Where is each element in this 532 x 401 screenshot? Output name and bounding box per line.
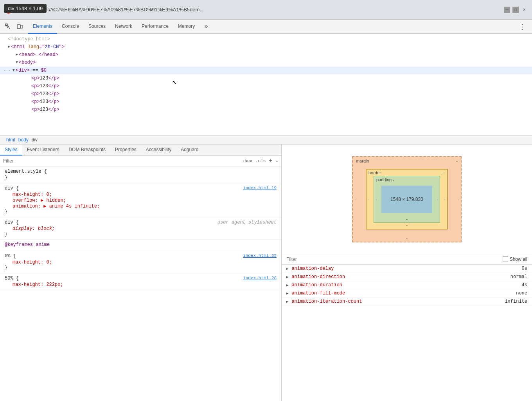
css-close-brace-2: } xyxy=(5,209,7,215)
tab-properties[interactable]: Properties xyxy=(110,145,141,155)
computed-prop-animation-iteration-count[interactable]: ▶ animation-iteration-count infinite xyxy=(282,298,532,306)
dom-line-p4[interactable]: <p>123</p> xyxy=(0,98,532,106)
left-styles-panel: Styles Event Listeners DOM Breakpoints P… xyxy=(0,145,282,401)
prop-value: none xyxy=(516,291,527,296)
dom-tree-panel: <!doctype html> ▶ <html lang="zh-CN"> ▶ … xyxy=(0,34,532,135)
breadcrumb-body[interactable]: body xyxy=(17,137,30,143)
dom-line-p3[interactable]: <p>123</p> xyxy=(0,90,532,98)
box-model-padding: padding - - - - 1548 × 179.830 xyxy=(374,176,440,223)
tab-sources[interactable]: Sources xyxy=(84,20,110,34)
box-model-content: 1548 × 179.830 xyxy=(381,186,432,213)
css-block-div-19: div { index.html:19 max-height: 0; overf… xyxy=(0,183,281,217)
css-block-element-style: element.style { } xyxy=(0,166,281,183)
tab-elements[interactable]: Elements xyxy=(28,20,57,34)
css-prop-max-height-50pct[interactable]: max-height: 222px; xyxy=(5,282,277,287)
tab-accessibility[interactable]: Accessibility xyxy=(141,145,176,155)
dom-line-html[interactable]: ▶ <html lang="zh-CN"> xyxy=(0,43,532,51)
main-split-panel: Styles Event Listeners DOM Breakpoints P… xyxy=(0,145,532,401)
css-selector-50pct[interactable]: 50% { xyxy=(5,276,19,281)
ellipsis-button[interactable]: ··· xyxy=(3,67,11,74)
css-prop-max-height-0pct[interactable]: max-height: 0; xyxy=(5,260,277,265)
breadcrumb-html[interactable]: html xyxy=(5,137,17,143)
devtools-top-tabs: Elements Console Sources Network Perform… xyxy=(0,20,532,34)
add-style-button[interactable]: + xyxy=(269,157,273,164)
filter-collapse-arrow[interactable]: ▴ xyxy=(276,159,278,163)
computed-prop-animation-fill-mode[interactable]: ▶ animation-fill-mode none xyxy=(282,289,532,298)
styles-rules-panel: element.style { } div { index.html:19 ma… xyxy=(0,166,281,401)
more-tabs-button[interactable]: » xyxy=(201,22,211,32)
computed-prop-animation-direction[interactable]: ▶ animation-direction normal xyxy=(282,273,532,281)
css-selector-label[interactable]: element.style { xyxy=(5,169,47,174)
expand-triangle[interactable]: ▶ xyxy=(8,43,10,51)
border-label: border xyxy=(368,170,381,175)
prop-value: 4s xyxy=(522,282,527,288)
expand-icon: ▶ xyxy=(286,267,288,271)
tab-console[interactable]: Console xyxy=(57,20,84,34)
breadcrumb-div[interactable]: div xyxy=(30,137,39,143)
prop-name: animation-delay xyxy=(291,266,518,271)
tab-styles[interactable]: Styles xyxy=(0,145,22,155)
minimize-button[interactable]: ─ xyxy=(504,7,510,13)
css-at-keyframes[interactable]: @keyframes anime xyxy=(5,242,50,247)
device-toolbar-icon[interactable] xyxy=(15,22,25,32)
css-selector-div-uas[interactable]: div { xyxy=(5,220,19,225)
tab-dom-breakpoints[interactable]: DOM Breakpoints xyxy=(64,145,110,155)
dom-line-p1[interactable]: <p>123</p> xyxy=(0,74,532,82)
prop-value: normal xyxy=(510,274,527,280)
dom-line-doctype[interactable]: <!doctype html> xyxy=(0,35,532,43)
computed-properties-panel: ▶ animation-delay 0s ▶ animation-directi… xyxy=(282,265,532,401)
browser-title: DevTools - file:///C:/%E6%BA%90%E7%A0%81… xyxy=(16,7,501,13)
tab-memory[interactable]: Memory xyxy=(173,20,200,34)
border-left-value: - xyxy=(368,197,370,202)
expand-triangle[interactable]: ▼ xyxy=(16,59,18,66)
close-button[interactable]: ✕ xyxy=(521,7,527,13)
computed-prop-animation-duration[interactable]: ▶ animation-duration 4s xyxy=(282,281,532,289)
expand-triangle[interactable]: ▼ xyxy=(13,67,15,74)
tab-performance[interactable]: Performance xyxy=(137,20,173,34)
cls-toggle[interactable]: .cls xyxy=(255,159,266,163)
css-block-div-uas: div { user agent stylesheet display: blo… xyxy=(0,217,281,240)
inspect-element-icon[interactable] xyxy=(3,22,13,32)
css-prop-animation[interactable]: animation: ▶ anime 4s infinite; xyxy=(5,203,277,209)
css-selector-0pct[interactable]: 0% { xyxy=(5,253,16,259)
css-prop-max-height[interactable]: max-height: 0; xyxy=(5,192,277,197)
hov-toggle[interactable]: :hov xyxy=(242,159,252,163)
border-bottom-value: - xyxy=(406,223,408,228)
margin-bottom-value: - xyxy=(406,235,408,240)
css-block-0pct: 0% { index.html:25 max-height: 0; } xyxy=(0,251,281,273)
css-close-brace: } xyxy=(5,175,7,181)
padding-label: padding - xyxy=(376,177,394,182)
right-computed-panel: margin - - - - border - - - - xyxy=(282,145,532,401)
tab-adguard[interactable]: Adguard xyxy=(176,145,203,155)
dom-line-head[interactable]: ▶ <head>…</head> xyxy=(0,51,532,59)
css-source-link-25[interactable]: index.html:25 xyxy=(243,253,277,259)
maximize-button[interactable]: □ xyxy=(512,7,519,13)
css-close-brace-4: } xyxy=(5,265,7,271)
border-right-value: - xyxy=(444,197,446,202)
prop-value: infinite xyxy=(505,299,527,304)
dom-line-body[interactable]: ▼ <body> xyxy=(0,59,532,67)
expand-icon: ▶ xyxy=(286,300,288,304)
dom-line-p5[interactable]: <p>123</p> xyxy=(0,106,532,114)
css-source-link-19[interactable]: index.html:19 xyxy=(243,186,277,191)
styles-filter-input[interactable] xyxy=(3,158,239,164)
computed-prop-animation-delay[interactable]: ▶ animation-delay 0s xyxy=(282,265,532,273)
breadcrumb-bar: html body div xyxy=(0,135,532,145)
expand-triangle[interactable]: ▶ xyxy=(16,51,18,58)
dom-line-p2[interactable]: <p>123</p> xyxy=(0,82,532,90)
computed-filter-input[interactable] xyxy=(286,256,500,262)
box-model-border: border - - - - padding - - - - xyxy=(366,169,448,229)
css-prop-display[interactable]: display: block; xyxy=(5,226,277,231)
dom-line-div-selected[interactable]: ··· ▼ <div> == $0 xyxy=(0,67,532,74)
css-prop-overflow[interactable]: overflow: ▶ hidden; xyxy=(5,197,277,203)
devtools-menu-button[interactable]: ⋮ xyxy=(516,21,529,33)
browser-titlebar: DevTools - file:///C:/%E6%BA%90%E7%A0%81… xyxy=(0,0,532,20)
tab-event-listeners[interactable]: Event Listeners xyxy=(22,145,64,155)
prop-name: animation-iteration-count xyxy=(291,299,501,304)
css-selector-div[interactable]: div { xyxy=(5,186,19,191)
box-model-margin: margin - - - - border - - - - xyxy=(352,156,462,242)
show-all-checkbox[interactable] xyxy=(503,256,508,262)
margin-label: margin xyxy=(356,159,369,163)
css-source-link-28[interactable]: index.html:28 xyxy=(243,276,277,281)
tab-network[interactable]: Network xyxy=(110,20,137,34)
